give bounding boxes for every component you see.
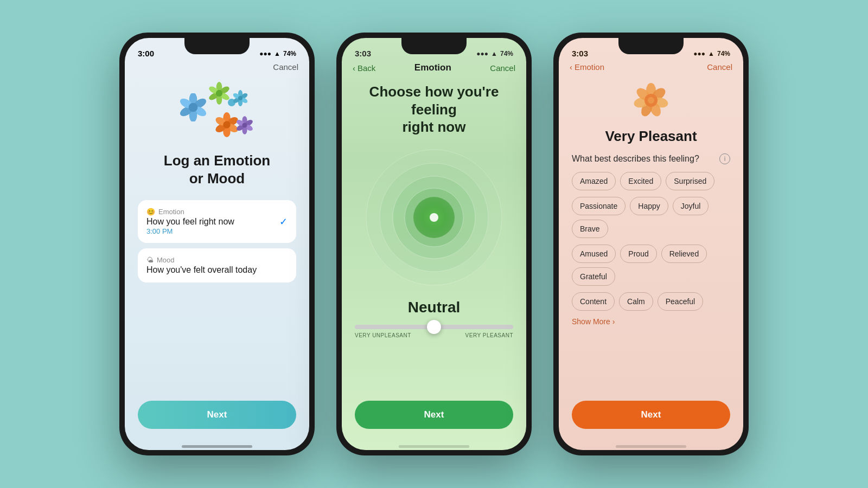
tag-grateful[interactable]: Grateful — [572, 267, 615, 286]
tag-passionate[interactable]: Passionate — [572, 197, 626, 215]
back-button-3[interactable]: ‹ Emotion — [570, 62, 604, 72]
cancel-button-3[interactable]: Cancel — [707, 62, 732, 72]
main-title-1: Log an Emotionor Mood — [164, 152, 270, 187]
emotion-slider-container: Very Unpleasant Very Pleasant — [355, 325, 513, 338]
mood-label-row: 🌤 Mood — [146, 256, 288, 264]
flower-blue-large — [179, 93, 207, 121]
show-more-chevron: › — [612, 317, 615, 326]
phone-1-screen: 3:00 ●●● ▲ 74% Cancel — [125, 38, 309, 450]
nav-bar-3: ‹ Emotion Cancel — [559, 60, 743, 76]
pleasant-flower-illustration — [572, 81, 730, 121]
emotion-wheel-svg — [363, 147, 505, 288]
nav-bar-2: ‹ Back Emotion Cancel — [342, 60, 526, 78]
tag-calm[interactable]: Calm — [619, 292, 653, 311]
svg-point-48 — [648, 97, 654, 104]
svg-point-6 — [189, 103, 198, 112]
phone2-content: Choose how you're feelingright now — [342, 78, 526, 442]
notch-2 — [401, 38, 467, 54]
mood-option[interactable]: 🌤 Mood How you've felt overall today — [138, 248, 296, 282]
back-label-3: Emotion — [575, 62, 604, 72]
tag-excited[interactable]: Excited — [620, 172, 661, 190]
pleasant-title: Very Pleasant — [572, 128, 730, 145]
tag-peaceful[interactable]: Peaceful — [658, 292, 703, 311]
mood-icon: 🌤 — [146, 256, 154, 264]
tag-proud[interactable]: Proud — [620, 245, 656, 263]
emotion-title: How you feel right now — [146, 217, 234, 227]
back-label-2: Back — [358, 63, 375, 73]
svg-point-34 — [242, 123, 247, 127]
battery-icon-2: 74% — [500, 50, 513, 57]
tags-row-1: Amazed Excited Surprised — [572, 172, 730, 190]
tag-joyful[interactable]: Joyful — [673, 197, 709, 215]
flowers-illustration — [174, 81, 260, 146]
battery-icon-1: 74% — [283, 50, 296, 57]
flower-purple — [234, 115, 255, 136]
tags-row-3: Amused Proud Relieved Grateful — [572, 245, 730, 286]
cancel-button-2[interactable]: Cancel — [490, 63, 515, 73]
next-button-3[interactable]: Next — [572, 401, 730, 429]
tags-row-2: Passionate Happy Joyful Brave — [572, 197, 730, 238]
cancel-button-1[interactable]: Cancel — [273, 62, 298, 72]
wifi-icon-2: ▲ — [491, 50, 497, 57]
signal-icon-1: ●●● — [259, 50, 271, 57]
phone-3-screen: 3:03 ●●● ▲ 74% ‹ Emotion Cancel — [559, 38, 743, 450]
tag-content[interactable]: Content — [572, 292, 615, 311]
notch-1 — [184, 38, 250, 54]
tag-happy[interactable]: Happy — [630, 197, 668, 215]
tag-surprised[interactable]: Surprised — [666, 172, 714, 190]
status-time-2: 3:03 — [355, 49, 371, 58]
tag-amused[interactable]: Amused — [572, 245, 616, 263]
mood-type: Mood — [157, 256, 175, 264]
mood-title: How you've felt overall today — [146, 265, 288, 275]
describe-question: What best describes this feeling? — [572, 154, 699, 164]
emotion-option[interactable]: 😊 Emotion How you feel right now 3:00 PM… — [138, 200, 296, 243]
describe-header: What best describes this feeling? i — [572, 153, 730, 164]
phone1-content: Log an Emotionor Mood 😊 Emotion How you … — [125, 76, 309, 442]
tag-brave[interactable]: Brave — [572, 220, 608, 238]
svg-point-13 — [216, 90, 222, 97]
pleasant-flower-svg — [632, 81, 670, 119]
status-icons-3: ●●● ▲ 74% — [693, 50, 730, 57]
info-icon[interactable]: i — [719, 153, 730, 164]
signal-icon-3: ●●● — [693, 50, 705, 57]
status-icons-2: ●●● ▲ 74% — [476, 50, 513, 57]
show-more-button[interactable]: Show More › — [572, 317, 730, 326]
back-chevron-icon: ‹ — [353, 63, 355, 73]
next-button-1[interactable]: Next — [138, 401, 296, 429]
show-more-label: Show More — [572, 317, 610, 326]
notch-3 — [618, 38, 684, 54]
phone-3: 3:03 ●●● ▲ 74% ‹ Emotion Cancel — [553, 33, 749, 455]
slider-label-right: Very Pleasant — [465, 332, 513, 338]
emotion-type: Emotion — [158, 208, 184, 216]
next-button-2[interactable]: Next — [355, 401, 513, 429]
choose-title: Choose how you're feelingright now — [355, 83, 513, 136]
home-indicator-1 — [182, 445, 252, 448]
back-button-2[interactable]: ‹ Back — [353, 63, 375, 73]
emotion-time: 3:00 PM — [146, 227, 234, 235]
home-indicator-2 — [399, 445, 469, 448]
emotion-icon: 😊 — [146, 208, 155, 216]
emotion-wheel[interactable] — [363, 147, 505, 288]
wheel-center-dot — [430, 213, 438, 222]
svg-point-20 — [238, 96, 242, 100]
emotion-current-label: Neutral — [408, 299, 460, 316]
status-time-3: 3:03 — [572, 49, 588, 58]
svg-point-27 — [223, 121, 230, 128]
tags-row-4: Content Calm Peaceful — [572, 292, 730, 311]
slider-thumb[interactable] — [427, 320, 441, 334]
wifi-icon-3: ▲ — [708, 50, 714, 57]
emotion-checkmark: ✓ — [279, 216, 288, 228]
nav-title-2: Emotion — [414, 62, 451, 73]
tag-relieved[interactable]: Relieved — [661, 245, 707, 263]
status-time-1: 3:00 — [138, 49, 154, 58]
signal-icon-2: ●●● — [476, 50, 488, 57]
nav-bar-1: Cancel — [125, 60, 309, 76]
slider-track[interactable] — [355, 325, 513, 329]
wifi-icon-1: ▲ — [274, 50, 280, 57]
tag-amazed[interactable]: Amazed — [572, 172, 616, 190]
emotion-label-row: 😊 Emotion — [146, 208, 234, 216]
phone-1: 3:00 ●●● ▲ 74% Cancel — [119, 33, 315, 455]
status-icons-1: ●●● ▲ 74% — [259, 50, 296, 57]
slider-label-left: Very Unpleasant — [355, 332, 411, 338]
flower-blue-small — [231, 89, 250, 107]
